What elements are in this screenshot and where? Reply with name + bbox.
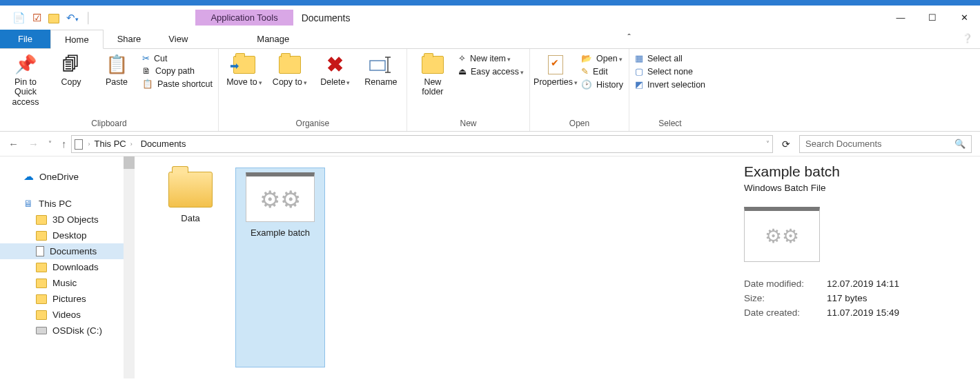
tab-file[interactable]: File [0,30,50,48]
address-bar[interactable]: ›This PC› Documents ˅ [71,135,774,153]
prop-key: Size: [744,293,827,303]
select-none-button[interactable]: ▢Select none [635,66,705,77]
nav-pictures[interactable]: Pictures [0,291,135,307]
qat-divider: │ [86,12,92,23]
rename-button[interactable]: Rename [361,53,401,87]
maximize-button[interactable]: ☐ [917,8,948,28]
prop-val: 11.07.2019 15:49 [827,307,968,318]
prop-key: Date created: [744,307,827,318]
group-clipboard: 📌Pin to Quick access 🗐Copy 📋Paste ✂Cut 🗎… [0,49,219,131]
window-title: Documents [293,11,359,25]
address-bar-row: ← → ˅ ↑ ›This PC› Documents ˅ ⟳ Search D… [0,132,980,156]
help-icon[interactable]: ❔ [955,30,980,48]
easy-access-icon: ⏏ [458,66,467,77]
recent-button[interactable]: ˅ [48,140,52,148]
nav-documents[interactable]: Documents [0,243,135,259]
open-button[interactable]: 📂Open [581,53,623,63]
tab-home[interactable]: Home [50,30,104,49]
new-item-button[interactable]: ✧New item [458,53,524,63]
search-placeholder: Search Documents [805,139,954,149]
move-to-button[interactable]: ➡Move to [224,53,264,87]
folder-icon [36,310,47,320]
group-label: Clipboard [91,119,126,130]
qat-undo-icon[interactable]: ↶▾ [66,12,79,24]
nav-scrollbar[interactable] [124,156,135,378]
folder-icon [36,263,47,272]
ribbon-tabs: File Home Share View Manage ˆ ❔ [0,30,980,49]
nav-videos[interactable]: Videos [0,307,135,323]
nav-onedrive[interactable]: ☁OneDrive [0,168,135,185]
forward-button[interactable]: → [28,138,39,150]
shortcut-icon: 📋 [142,79,153,89]
minimize-button[interactable]: — [885,8,917,28]
new-folder-button[interactable]: New folder [413,53,453,97]
folder-icon [36,231,47,241]
tab-manage[interactable]: Manage [243,30,303,48]
title-bar: 📄 ☑ ↶▾ │ Application Tools Documents — ☐… [0,0,980,30]
properties-button[interactable]: Properties [536,53,576,87]
invert-selection-button[interactable]: ◩Invert selection [635,79,705,90]
nav-music[interactable]: Music [0,275,135,291]
details-name: Example batch [744,163,968,180]
file-list[interactable]: Data ⚙⚙ Example batch [135,156,732,378]
up-button[interactable]: ↑ [61,138,67,150]
select-all-button[interactable]: ▦Select all [635,53,705,63]
scissors-icon: ✂ [142,53,150,63]
refresh-button[interactable]: ⟳ [777,135,795,153]
properties-icon [548,55,563,74]
qat-folder-icon[interactable] [48,12,59,23]
navigation-pane: ☁OneDrive 🖥This PC 3D Objects Desktop Do… [0,156,135,378]
folder-icon [279,56,301,74]
new-item-icon: ✧ [458,53,466,63]
pencil-icon: ✎ [581,66,589,77]
prop-key: Date modified: [744,279,827,289]
close-button[interactable]: ✕ [948,8,980,28]
svg-rect-0 [370,61,385,70]
file-item-folder[interactable]: Data [146,168,235,367]
ribbon-context-tab[interactable]: Application Tools [195,10,293,26]
pc-icon: 🖥 [23,198,33,209]
copy-button[interactable]: 🗐Copy [51,53,91,87]
onedrive-icon: ☁ [23,170,34,183]
nav-downloads[interactable]: Downloads [0,259,135,275]
details-thumbnail: ⚙⚙ [744,207,820,262]
qat-checkbox-icon[interactable]: ☑ [32,12,41,24]
location-icon [75,138,83,149]
paste-shortcut-button[interactable]: 📋Paste shortcut [142,79,213,89]
breadcrumb-root[interactable]: ›This PC› [86,137,135,150]
group-label: Open [569,119,589,130]
breadcrumb-folder[interactable]: Documents [138,137,189,150]
history-button[interactable]: 🕑History [581,79,623,90]
back-button[interactable]: ← [8,138,19,150]
search-box[interactable]: Search Documents 🔍 [799,135,972,153]
paste-button[interactable]: 📋Paste [97,53,137,87]
easy-access-button[interactable]: ⏏Easy access [458,66,524,77]
address-dropdown-icon[interactable]: ˅ [766,140,770,148]
documents-icon [36,246,44,256]
cut-button[interactable]: ✂Cut [142,53,213,63]
nav-this-pc[interactable]: 🖥This PC [0,195,135,212]
pin-quickaccess-button[interactable]: 📌Pin to Quick access [6,53,46,107]
nav-desktop[interactable]: Desktop [0,228,135,243]
tab-share[interactable]: Share [104,30,155,48]
nav-osdisk[interactable]: OSDisk (C:) [0,323,135,338]
edit-button[interactable]: ✎Edit [581,66,623,77]
copy-to-button[interactable]: Copy to [270,53,310,87]
qat-properties-icon[interactable]: 📄 [12,12,26,24]
folder-icon [422,56,444,74]
group-label: Organise [296,119,330,130]
group-select: ▦Select all ▢Select none ◩Invert selecti… [629,49,711,131]
folder-icon [36,215,47,225]
scrollbar-thumb[interactable] [124,156,135,169]
delete-button[interactable]: ✖Delete [315,53,355,87]
ribbon-collapse-icon[interactable]: ˆ [621,30,638,48]
copy-path-button[interactable]: 🗎Copy path [142,66,213,76]
file-item-batch[interactable]: ⚙⚙ Example batch [235,168,325,367]
search-icon: 🔍 [954,139,966,149]
details-type: Windows Batch File [744,183,968,193]
tab-view[interactable]: View [155,30,202,48]
drive-icon [36,327,47,334]
invert-icon: ◩ [635,79,643,90]
group-new: New folder ✧New item ⏏Easy access New [407,49,530,131]
nav-3d-objects[interactable]: 3D Objects [0,212,135,228]
